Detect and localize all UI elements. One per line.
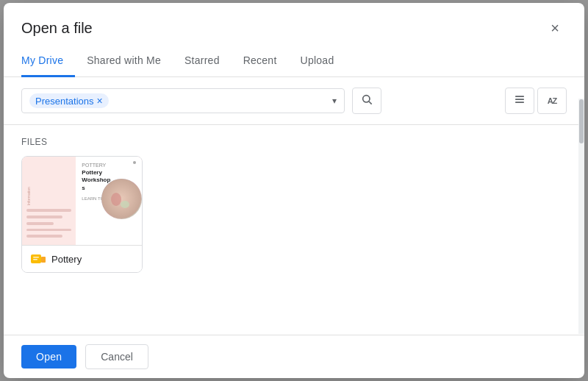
cancel-button[interactable]: Cancel <box>85 344 148 369</box>
tab-starred[interactable]: Starred <box>173 46 232 77</box>
sort-button[interactable]: AZ <box>537 88 567 114</box>
preview-line <box>26 209 71 212</box>
filter-chip[interactable]: Presentations × <box>29 93 109 108</box>
preview-dot <box>133 161 136 164</box>
svg-rect-12 <box>33 259 37 260</box>
svg-point-0 <box>363 96 370 102</box>
preview-line <box>26 235 62 238</box>
preview-line <box>26 216 62 218</box>
scrollbar-track[interactable] <box>578 99 584 334</box>
chip-remove-button[interactable]: × <box>97 95 103 107</box>
files-grid: Information POTTERY PotteryWorkshops LEA… <box>21 156 567 273</box>
preview-left: Information <box>22 157 76 245</box>
file-card[interactable]: Information POTTERY PotteryWorkshops LEA… <box>21 156 143 273</box>
svg-point-5 <box>101 179 141 218</box>
chip-label: Presentations <box>35 96 94 107</box>
tab-recent[interactable]: Recent <box>232 46 289 77</box>
svg-rect-4 <box>515 102 524 103</box>
toolbar: Presentations × ▾ <box>4 77 584 125</box>
tabs-bar: My Drive Shared with Me Starred Recent U… <box>4 46 584 77</box>
preview-image <box>101 179 142 219</box>
preview-brand: POTTERY <box>82 163 136 168</box>
dialog-title: Open a file <box>21 20 93 37</box>
list-view-button[interactable] <box>505 88 534 114</box>
section-label: Files <box>21 137 567 147</box>
list-view-icon <box>514 93 526 108</box>
svg-point-8 <box>121 201 129 208</box>
file-preview: Information POTTERY PotteryWorkshops LEA… <box>22 157 142 245</box>
file-info: Pottery <box>22 245 142 272</box>
sort-icon: AZ <box>548 96 557 105</box>
tab-my-drive[interactable]: My Drive <box>21 46 75 77</box>
file-name: Pottery <box>51 254 82 265</box>
file-type-icon <box>31 252 46 266</box>
content-area: Files Information <box>4 125 584 335</box>
dialog-footer: Open Cancel <box>4 335 584 378</box>
view-buttons: AZ <box>505 88 567 114</box>
preview-line <box>26 229 71 232</box>
preview-vertical-text: Information <box>26 164 71 205</box>
search-icon <box>361 93 373 108</box>
dropdown-arrow-icon: ▾ <box>332 96 337 106</box>
open-button[interactable]: Open <box>21 345 76 368</box>
svg-line-1 <box>369 102 372 104</box>
close-button[interactable]: × <box>543 16 567 40</box>
open-file-dialog: Open a file × My Drive Shared with Me St… <box>4 3 584 378</box>
search-button[interactable] <box>352 88 381 114</box>
svg-rect-3 <box>515 99 524 100</box>
preview-line <box>26 222 54 225</box>
svg-rect-2 <box>515 96 524 97</box>
tab-shared-with-me[interactable]: Shared with Me <box>75 46 173 77</box>
preview-right: POTTERY PotteryWorkshops LEARN TOGETHER <box>76 157 142 245</box>
svg-rect-10 <box>41 257 46 263</box>
filter-dropdown[interactable]: Presentations × ▾ <box>21 88 345 113</box>
svg-rect-11 <box>33 257 39 258</box>
tab-upload[interactable]: Upload <box>289 46 346 77</box>
scrollbar-thumb[interactable] <box>579 99 584 143</box>
svg-point-6 <box>111 193 121 206</box>
dialog-header: Open a file × <box>4 3 584 40</box>
